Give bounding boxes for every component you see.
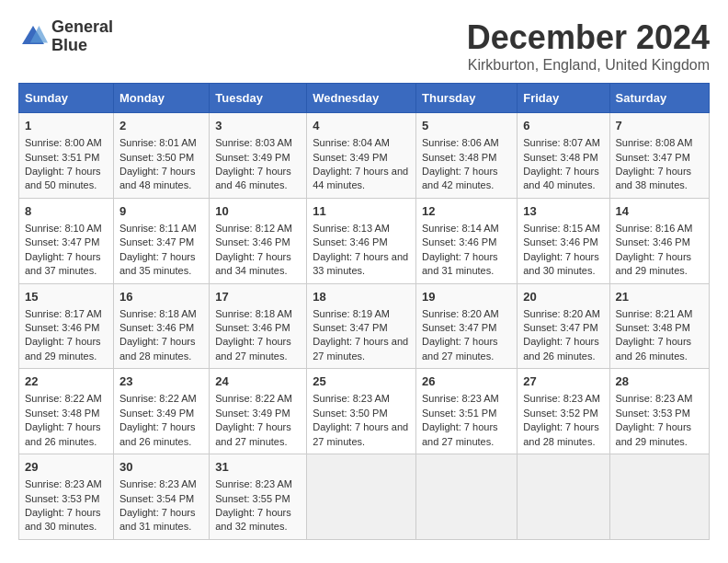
calendar-cell: 9 Sunrise: 8:11 AM Sunset: 3:47 PM Dayli… (113, 198, 209, 283)
week-row-4: 22 Sunrise: 8:22 AM Sunset: 3:48 PM Dayl… (19, 369, 710, 454)
calendar-cell: 7 Sunrise: 8:08 AM Sunset: 3:47 PM Dayli… (609, 113, 709, 199)
calendar-cell: 17 Sunrise: 8:18 AM Sunset: 3:46 PM Dayl… (210, 283, 307, 369)
sunrise-label: Sunrise: 8:23 AM (215, 478, 292, 489)
sunset-label: Sunset: 3:53 PM (25, 493, 99, 504)
sunset-label: Sunset: 3:49 PM (119, 408, 194, 419)
sunset-label: Sunset: 3:50 PM (313, 408, 387, 419)
daylight-label: Daylight: 7 hours and 27 minutes. (313, 421, 408, 446)
sunrise-label: Sunrise: 8:10 AM (25, 223, 102, 234)
logo-text: General Blue (51, 18, 113, 55)
day-number: 7 (616, 118, 703, 134)
day-number: 9 (119, 203, 203, 220)
calendar-cell: 19 Sunrise: 8:20 AM Sunset: 3:47 PM Dayl… (416, 283, 518, 369)
daylight-label: Daylight: 7 hours and 27 minutes. (215, 421, 291, 446)
calendar-cell: 6 Sunrise: 8:07 AM Sunset: 3:48 PM Dayli… (518, 113, 609, 199)
day-number: 5 (422, 118, 511, 134)
calendar-cell: 20 Sunrise: 8:20 AM Sunset: 3:47 PM Dayl… (518, 283, 609, 369)
sunset-label: Sunset: 3:52 PM (523, 408, 597, 419)
sunset-label: Sunset: 3:46 PM (313, 236, 387, 247)
sunrise-label: Sunrise: 8:22 AM (215, 393, 292, 404)
sunrise-label: Sunrise: 8:23 AM (25, 478, 102, 489)
daylight-label: Daylight: 7 hours and 29 minutes. (616, 421, 692, 446)
day-number: 2 (119, 118, 203, 134)
daylight-label: Daylight: 7 hours and 32 minutes. (215, 507, 291, 532)
day-number: 18 (313, 289, 410, 305)
daylight-label: Daylight: 7 hours and 37 minutes. (25, 251, 101, 276)
sunset-label: Sunset: 3:49 PM (215, 152, 290, 163)
sunset-label: Sunset: 3:47 PM (422, 322, 496, 333)
daylight-label: Daylight: 7 hours and 29 minutes. (616, 251, 692, 276)
daylight-label: Daylight: 7 hours and 34 minutes. (215, 251, 291, 276)
calendar-cell: 2 Sunrise: 8:01 AM Sunset: 3:50 PM Dayli… (113, 113, 209, 199)
day-number: 29 (25, 459, 108, 476)
calendar-cell: 12 Sunrise: 8:14 AM Sunset: 3:46 PM Dayl… (416, 198, 518, 283)
sunrise-label: Sunrise: 8:23 AM (616, 393, 693, 404)
day-number: 3 (215, 118, 301, 134)
daylight-label: Daylight: 7 hours and 48 minutes. (119, 166, 196, 190)
column-header-thursday: Thursday (416, 84, 518, 113)
calendar-cell (609, 454, 709, 540)
logo-icon (18, 22, 48, 52)
sunset-label: Sunset: 3:48 PM (25, 408, 99, 419)
sunset-label: Sunset: 3:51 PM (25, 152, 99, 163)
sunset-label: Sunset: 3:49 PM (313, 152, 387, 163)
sunrise-label: Sunrise: 8:07 AM (523, 137, 600, 148)
sunset-label: Sunset: 3:50 PM (119, 152, 194, 163)
day-number: 23 (119, 373, 203, 390)
sunrise-label: Sunrise: 8:17 AM (25, 308, 102, 319)
calendar-cell: 15 Sunrise: 8:17 AM Sunset: 3:46 PM Dayl… (19, 283, 114, 369)
sunrise-label: Sunrise: 8:22 AM (119, 393, 197, 404)
sunrise-label: Sunrise: 8:16 AM (616, 223, 693, 234)
sunrise-label: Sunrise: 8:00 AM (25, 137, 102, 148)
column-header-monday: Monday (113, 84, 209, 113)
calendar-cell: 18 Sunrise: 8:19 AM Sunset: 3:47 PM Dayl… (307, 283, 416, 369)
sunrise-label: Sunrise: 8:08 AM (616, 137, 693, 148)
sunrise-label: Sunrise: 8:04 AM (313, 137, 390, 148)
sunset-label: Sunset: 3:48 PM (523, 152, 597, 163)
day-number: 4 (313, 118, 410, 134)
day-number: 20 (523, 289, 603, 305)
sunset-label: Sunset: 3:53 PM (616, 408, 690, 419)
sunrise-label: Sunrise: 8:23 AM (422, 393, 499, 404)
daylight-label: Daylight: 7 hours and 26 minutes. (119, 421, 196, 446)
day-number: 12 (422, 203, 511, 220)
sunset-label: Sunset: 3:49 PM (215, 408, 290, 419)
sunset-label: Sunset: 3:47 PM (523, 322, 597, 333)
logo: General Blue (18, 18, 113, 55)
column-header-sunday: Sunday (19, 84, 114, 113)
daylight-label: Daylight: 7 hours and 27 minutes. (215, 336, 291, 361)
day-number: 16 (119, 289, 203, 305)
day-number: 25 (313, 373, 410, 390)
daylight-label: Daylight: 7 hours and 38 minutes. (616, 166, 692, 190)
day-number: 8 (25, 203, 108, 220)
daylight-label: Daylight: 7 hours and 26 minutes. (523, 336, 599, 361)
calendar-cell (307, 454, 416, 540)
daylight-label: Daylight: 7 hours and 27 minutes. (313, 336, 408, 361)
sunrise-label: Sunrise: 8:23 AM (313, 393, 390, 404)
sunset-label: Sunset: 3:54 PM (119, 493, 194, 504)
sunset-label: Sunset: 3:47 PM (313, 322, 387, 333)
column-header-tuesday: Tuesday (210, 84, 307, 113)
header: General Blue December 2024 Kirkburton, E… (18, 18, 710, 74)
sunrise-label: Sunrise: 8:14 AM (422, 223, 499, 234)
sunset-label: Sunset: 3:47 PM (119, 236, 194, 247)
day-number: 13 (523, 203, 603, 220)
main-title: December 2024 (467, 18, 710, 57)
daylight-label: Daylight: 7 hours and 46 minutes. (215, 166, 291, 190)
sunset-label: Sunset: 3:46 PM (523, 236, 597, 247)
sunrise-label: Sunrise: 8:01 AM (119, 137, 197, 148)
daylight-label: Daylight: 7 hours and 33 minutes. (313, 251, 408, 276)
calendar-cell: 28 Sunrise: 8:23 AM Sunset: 3:53 PM Dayl… (609, 369, 709, 454)
sunset-label: Sunset: 3:46 PM (25, 322, 99, 333)
sunrise-label: Sunrise: 8:06 AM (422, 137, 499, 148)
calendar-cell: 10 Sunrise: 8:12 AM Sunset: 3:46 PM Dayl… (210, 198, 307, 283)
calendar-cell: 25 Sunrise: 8:23 AM Sunset: 3:50 PM Dayl… (307, 369, 416, 454)
day-number: 26 (422, 373, 511, 390)
column-header-saturday: Saturday (609, 84, 709, 113)
day-number: 19 (422, 289, 511, 305)
daylight-label: Daylight: 7 hours and 30 minutes. (25, 507, 101, 532)
sunrise-label: Sunrise: 8:20 AM (422, 308, 499, 319)
calendar-cell: 30 Sunrise: 8:23 AM Sunset: 3:54 PM Dayl… (113, 454, 209, 540)
sunrise-label: Sunrise: 8:23 AM (119, 478, 197, 489)
calendar-cell: 21 Sunrise: 8:21 AM Sunset: 3:48 PM Dayl… (609, 283, 709, 369)
